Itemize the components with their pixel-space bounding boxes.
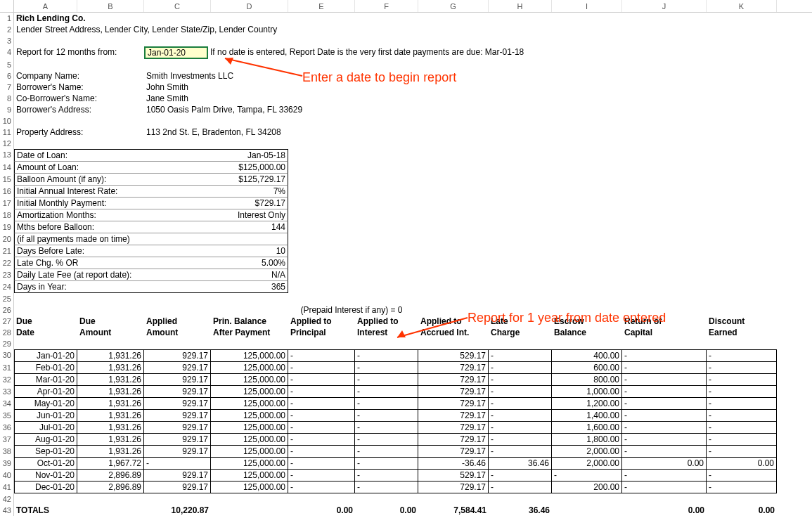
payment-cell[interactable]: -: [489, 386, 552, 398]
payment-cell[interactable]: 929.17: [144, 398, 211, 410]
payment-cell[interactable]: 0.00: [622, 458, 707, 470]
payment-cell[interactable]: -: [707, 481, 777, 493]
payment-cell[interactable]: 729.17: [418, 362, 489, 374]
payment-cell[interactable]: -: [489, 422, 552, 434]
payment-cell[interactable]: -: [288, 349, 355, 362]
payment-cell[interactable]: -: [144, 458, 211, 470]
payment-cell[interactable]: 929.17: [144, 410, 211, 422]
payment-cell[interactable]: 1,600.00: [552, 422, 622, 434]
payment-cell[interactable]: 0.00: [707, 458, 777, 470]
payment-cell[interactable]: 729.17: [418, 481, 489, 493]
payment-cell[interactable]: 929.17: [144, 374, 211, 386]
payment-cell[interactable]: -: [489, 374, 552, 386]
payment-cell[interactable]: -: [355, 410, 418, 422]
payment-cell[interactable]: -: [622, 398, 707, 410]
payment-cell[interactable]: 729.17: [418, 446, 489, 458]
payment-cell[interactable]: -: [489, 398, 552, 410]
payment-cell[interactable]: 2,896.89: [77, 481, 144, 493]
payment-cell[interactable]: 729.17: [418, 410, 489, 422]
payment-cell[interactable]: 36.46: [489, 458, 552, 470]
payment-cell[interactable]: -: [622, 374, 707, 386]
payment-cell[interactable]: 125,000.00: [211, 374, 288, 386]
payment-cell[interactable]: -: [288, 458, 355, 470]
payment-cell[interactable]: -: [288, 481, 355, 493]
payment-cell[interactable]: -: [707, 434, 777, 446]
payment-cell[interactable]: 729.17: [418, 374, 489, 386]
payment-cell[interactable]: 125,000.00: [211, 470, 288, 481]
payment-cell[interactable]: -: [355, 470, 418, 481]
payment-cell[interactable]: May-01-20: [14, 398, 77, 410]
payment-cell[interactable]: -: [288, 434, 355, 446]
payment-cell[interactable]: -: [707, 349, 777, 362]
payment-cell[interactable]: Oct-01-20: [14, 458, 77, 470]
payment-cell[interactable]: -: [707, 410, 777, 422]
payment-cell[interactable]: -: [288, 422, 355, 434]
payment-cell[interactable]: -: [707, 422, 777, 434]
payment-cell[interactable]: -: [489, 434, 552, 446]
payment-cell[interactable]: -: [622, 446, 707, 458]
payment-cell[interactable]: Mar-01-20: [14, 374, 77, 386]
payment-cell[interactable]: -: [355, 386, 418, 398]
payment-cell[interactable]: -: [355, 349, 418, 362]
payment-cell[interactable]: -: [489, 349, 552, 362]
payment-cell[interactable]: 2,000.00: [552, 458, 622, 470]
payment-cell[interactable]: Apr-01-20: [14, 386, 77, 398]
payment-cell[interactable]: -36.46: [418, 458, 489, 470]
payment-cell[interactable]: 929.17: [144, 386, 211, 398]
payment-cell[interactable]: -: [355, 434, 418, 446]
payment-cell[interactable]: -: [288, 362, 355, 374]
payment-cell[interactable]: 1,200.00: [552, 398, 622, 410]
payment-cell[interactable]: Jan-01-20: [14, 349, 77, 362]
payment-cell[interactable]: Dec-01-20: [14, 481, 77, 493]
payment-cell[interactable]: 125,000.00: [211, 458, 288, 470]
payment-cell[interactable]: -: [622, 422, 707, 434]
payment-cell[interactable]: -: [707, 398, 777, 410]
payment-cell[interactable]: 125,000.00: [211, 446, 288, 458]
payment-cell[interactable]: 125,000.00: [211, 422, 288, 434]
payment-cell[interactable]: 2,000.00: [552, 446, 622, 458]
payment-cell[interactable]: 400.00: [552, 349, 622, 362]
payment-cell[interactable]: 1,931.26: [77, 422, 144, 434]
payment-cell[interactable]: 729.17: [418, 386, 489, 398]
payment-cell[interactable]: Jun-01-20: [14, 410, 77, 422]
payment-cell[interactable]: -: [288, 410, 355, 422]
payment-cell[interactable]: -: [622, 349, 707, 362]
payment-cell[interactable]: -: [355, 374, 418, 386]
payment-cell[interactable]: -: [288, 386, 355, 398]
payment-cell[interactable]: -: [355, 458, 418, 470]
payment-cell[interactable]: -: [552, 470, 622, 481]
payment-cell[interactable]: 1,931.26: [77, 349, 144, 362]
payment-cell[interactable]: 1,931.26: [77, 446, 144, 458]
payment-cell[interactable]: 529.17: [418, 470, 489, 481]
payment-cell[interactable]: 929.17: [144, 481, 211, 493]
payment-cell[interactable]: -: [355, 446, 418, 458]
payment-cell[interactable]: 200.00: [552, 481, 622, 493]
payment-cell[interactable]: 600.00: [552, 362, 622, 374]
payment-cell[interactable]: -: [355, 422, 418, 434]
payment-cell[interactable]: -: [622, 434, 707, 446]
payment-cell[interactable]: -: [622, 386, 707, 398]
payment-cell[interactable]: -: [288, 374, 355, 386]
payment-cell[interactable]: -: [489, 481, 552, 493]
payment-cell[interactable]: -: [288, 470, 355, 481]
payment-cell[interactable]: 125,000.00: [211, 434, 288, 446]
payment-cell[interactable]: 2,896.89: [77, 470, 144, 481]
payment-cell[interactable]: Jul-01-20: [14, 422, 77, 434]
payment-cell[interactable]: -: [707, 362, 777, 374]
payment-cell[interactable]: Feb-01-20: [14, 362, 77, 374]
payment-cell[interactable]: 125,000.00: [211, 398, 288, 410]
payment-cell[interactable]: 125,000.00: [211, 410, 288, 422]
payment-cell[interactable]: -: [622, 481, 707, 493]
payment-cell[interactable]: 800.00: [552, 374, 622, 386]
payment-cell[interactable]: -: [622, 470, 707, 481]
payment-cell[interactable]: -: [288, 398, 355, 410]
payment-cell[interactable]: 1,931.26: [77, 398, 144, 410]
payment-cell[interactable]: Nov-01-20: [14, 470, 77, 481]
payment-cell[interactable]: 1,931.26: [77, 434, 144, 446]
payment-cell[interactable]: 1,800.00: [552, 434, 622, 446]
payment-cell[interactable]: 1,931.26: [77, 374, 144, 386]
payment-cell[interactable]: 529.17: [418, 349, 489, 362]
payment-cell[interactable]: -: [707, 470, 777, 481]
payment-cell[interactable]: Sep-01-20: [14, 446, 77, 458]
payment-cell[interactable]: 929.17: [144, 362, 211, 374]
